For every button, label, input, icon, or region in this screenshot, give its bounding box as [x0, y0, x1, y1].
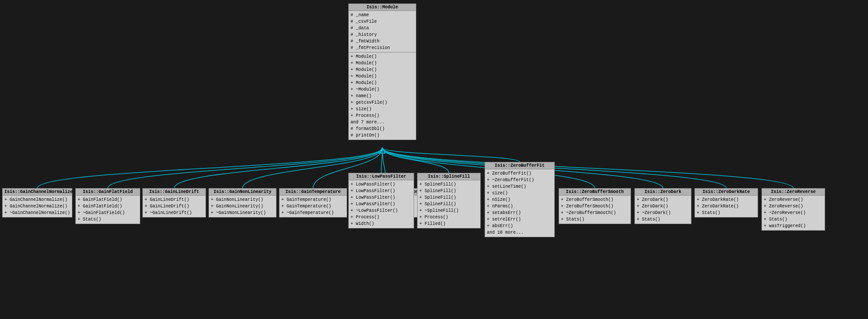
method-item: + Process() — [351, 214, 412, 221]
field-item: # _name — [351, 12, 414, 18]
method-item: + nParms() — [487, 203, 553, 210]
method-item: + GainNonLinearity() — [211, 196, 274, 203]
uml-class-isis-gain-temperature: Isis::GainTemperature+ GainTemperature()… — [279, 188, 347, 217]
method-item: + Stats() — [697, 210, 756, 216]
class-title-isis-zero-reverse: Isis::ZeroReverse — [762, 189, 825, 196]
uml-class-isis-spline-fill: Isis::SplineFill+ SplineFill()+ SplineFi… — [417, 173, 481, 228]
class-methods-isis-gain-flat-field: + GainFlatField()+ GainFlatField()+ ~Gai… — [76, 196, 140, 224]
method-item: + SplineFill() — [419, 181, 478, 188]
class-title-isis-module: Isis::Module — [349, 4, 416, 11]
method-item: + Module() — [351, 73, 414, 80]
class-title-isis-gain-line-drift: Isis::GainLineDrift — [143, 189, 205, 196]
method-item: + ~GainTemperature() — [281, 210, 345, 216]
method-item: + ZeroDarkRate() — [697, 203, 756, 210]
method-item: + size() — [351, 106, 414, 112]
field-item: # _csvFile — [351, 18, 414, 25]
arrow-head — [380, 148, 385, 153]
method-item: + SplineFill() — [419, 201, 478, 207]
method-item: + Module() — [351, 60, 414, 67]
connection-lines — [0, 0, 868, 319]
class-methods-isis-zero-dark-rate: + ZeroDarkRate()+ ZeroDarkRate()+ Stats(… — [695, 196, 758, 217]
class-methods-isis-low-pass-filter: + LowPassFilter()+ LowPassFilter()+ LowP… — [349, 180, 414, 228]
uml-class-isis-zero-buffer-smooth: Isis::ZeroBufferSmooth+ ZeroBufferSmooth… — [559, 188, 631, 224]
method-item: + Module() — [351, 80, 414, 86]
class-title-isis-gain-channel-normalize: Isis::GainChannelNormalize — [3, 189, 72, 196]
method-item: + ZeroBufferFit() — [487, 170, 553, 177]
method-item: + Stats() — [78, 216, 138, 223]
class-methods-isis-module: + Module()+ Module()+ Module()+ Module()… — [349, 53, 416, 140]
method-item: + SplineFill() — [419, 194, 478, 201]
class-methods-isis-zero-reverse: + ZeroReverse()+ ZeroReverse()+ ~ZeroRev… — [762, 196, 825, 230]
uml-class-isis-zero-dark-rate: Isis::ZeroDarkRate+ ZeroDarkRate()+ Zero… — [694, 188, 758, 217]
class-title-isis-zero-dark-rate: Isis::ZeroDarkRate — [695, 189, 758, 196]
method-item: + GainTemperature() — [281, 203, 345, 210]
inheritance-arrow — [383, 148, 449, 173]
method-item: + Stats() — [764, 216, 823, 223]
arrow-head — [380, 148, 385, 153]
method-item: + setrelErr() — [487, 216, 553, 223]
class-title-isis-zero-buffer-smooth: Isis::ZeroBufferSmooth — [559, 189, 631, 196]
arrow-head — [380, 148, 385, 153]
method-item: + ~GainChannelNormalize() — [4, 210, 70, 216]
class-title-isis-zero-buffer-fit: Isis::ZeroBufferFit — [485, 162, 554, 169]
uml-class-isis-zero-buffer-fit: Isis::ZeroBufferFit+ ZeroBufferFit()+ ~Z… — [485, 162, 555, 237]
field-item: # _fmtWidth — [351, 38, 414, 45]
method-item: # printOn() — [351, 132, 414, 139]
class-title-isis-gain-temperature: Isis::GainTemperature — [280, 189, 347, 196]
method-item: + Process() — [419, 214, 478, 221]
class-title-isis-gain-non-linearity: Isis::GainNonLinearity — [209, 189, 276, 196]
class-fields-isis-module: # _name# _csvFile# _data# _history# _fmt… — [349, 11, 416, 53]
method-item: + ~ZeroBufferSmooth() — [561, 210, 629, 216]
method-item: + ZeroBufferSmooth() — [561, 203, 629, 210]
method-item: + GainFlatField() — [78, 196, 138, 203]
method-item: + getcsvFile() — [351, 99, 414, 106]
method-item: + ~GainLineDrift() — [145, 210, 204, 216]
method-item: and 10 more... — [487, 229, 553, 236]
arrow-head — [380, 148, 385, 153]
arrow-head — [380, 148, 385, 153]
method-item: + Width() — [351, 221, 412, 227]
inheritance-arrow — [383, 148, 520, 162]
method-item: + ~ZeroBufferFit() — [487, 177, 553, 183]
method-item: + Module() — [351, 53, 414, 60]
method-item: + ~SplineFill() — [419, 207, 478, 214]
method-item: + ~GainFlatField() — [78, 210, 138, 216]
method-item: + Module() — [351, 67, 414, 73]
method-item: + nSize() — [487, 196, 553, 203]
method-item: + ~ZeroDark() — [637, 210, 689, 216]
method-item: + LowPassFilter() — [351, 181, 412, 188]
arrow-head — [380, 148, 385, 153]
method-item: + LowPassFilter() — [351, 188, 412, 194]
method-item: + ~ZeroReverse() — [764, 210, 823, 216]
arrow-head — [380, 148, 385, 153]
inheritance-arrow — [381, 148, 383, 173]
uml-class-isis-gain-non-linearity: Isis::GainNonLinearity+ GainNonLinearity… — [209, 188, 276, 217]
method-item: + size() — [487, 190, 553, 196]
method-item: + ZeroDarkRate() — [697, 196, 756, 203]
inheritance-arrow — [37, 148, 383, 188]
method-item: + GainFlatField() — [78, 203, 138, 210]
uml-class-isis-gain-channel-normalize: Isis::GainChannelNormalize+ GainChannelN… — [2, 188, 72, 217]
uml-class-isis-zero-dark: Isis::ZeroDark+ ZeroDark()+ ZeroDark()+ … — [634, 188, 691, 224]
diagram-container: Isis::Module# _name# _csvFile# _data# _h… — [0, 0, 868, 319]
method-item: + ~Module() — [351, 86, 414, 93]
class-methods-isis-zero-buffer-smooth: + ZeroBufferSmooth()+ ZeroBufferSmooth()… — [559, 196, 631, 224]
method-item: + name() — [351, 93, 414, 99]
class-title-isis-spline-fill: Isis::SplineFill — [418, 173, 480, 180]
method-item: + ~LowPassFilter() — [351, 207, 412, 214]
method-item: + absErr() — [487, 223, 553, 229]
method-item: + ~GainNonLinearity() — [211, 210, 274, 216]
method-item: + GainNonLinearity() — [211, 203, 274, 210]
method-item: + wasTriggered() — [764, 223, 823, 229]
method-item: + Process() — [351, 112, 414, 119]
method-item: + setLineTime() — [487, 183, 553, 190]
class-title-isis-low-pass-filter: Isis::LowPassFilter — [349, 173, 414, 180]
class-methods-isis-gain-non-linearity: + GainNonLinearity()+ GainNonLinearity()… — [209, 196, 276, 217]
inheritance-arrow — [108, 148, 383, 188]
method-item: + setabsErr() — [487, 210, 553, 216]
class-methods-isis-zero-dark: + ZeroDark()+ ZeroDark()+ ~ZeroDark()+ S… — [635, 196, 691, 224]
method-item: + LowPassFilter() — [351, 201, 412, 207]
method-item: + ZeroReverse() — [764, 203, 823, 210]
arrow-head — [380, 148, 385, 153]
arrow-head — [380, 148, 385, 153]
